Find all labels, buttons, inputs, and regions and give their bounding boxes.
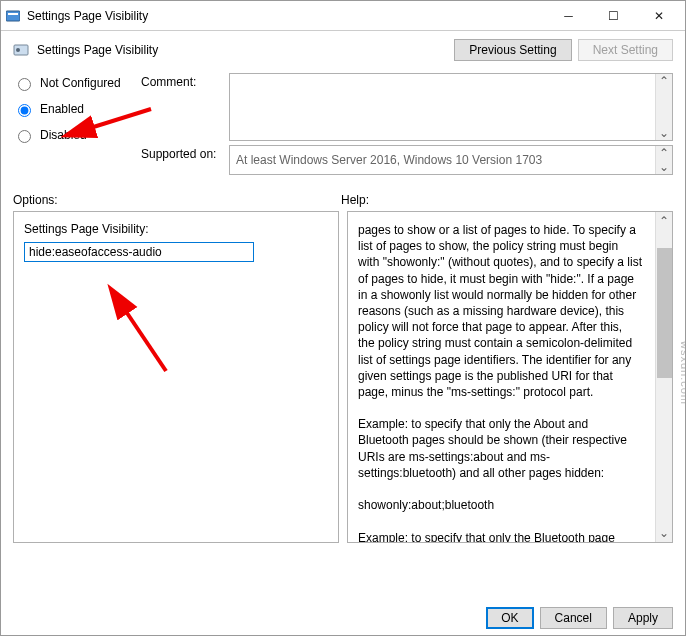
radio-enabled-label: Enabled	[40, 102, 84, 116]
dialog-buttons: OK Cancel Apply	[486, 607, 673, 629]
radio-not-configured-label: Not Configured	[40, 76, 121, 90]
help-text: pages to show or a list of pages to hide…	[358, 222, 662, 543]
supported-on-text: At least Windows Server 2016, Windows 10…	[236, 153, 542, 167]
header-title: Settings Page Visibility	[37, 43, 158, 57]
ok-button[interactable]: OK	[486, 607, 533, 629]
radio-disabled[interactable]: Disabled	[13, 127, 133, 143]
svg-point-3	[16, 48, 20, 52]
header-row: Settings Page Visibility Previous Settin…	[1, 31, 685, 69]
radio-disabled-input[interactable]	[18, 130, 31, 143]
help-label: Help:	[341, 193, 369, 207]
supported-on-label: Supported on:	[141, 145, 221, 161]
cancel-button[interactable]: Cancel	[540, 607, 607, 629]
radio-enabled-input[interactable]	[18, 104, 31, 117]
previous-setting-button[interactable]: Previous Setting	[454, 39, 571, 61]
help-panel: pages to show or a list of pages to hide…	[347, 211, 673, 543]
help-scrollbar-thumb[interactable]	[657, 248, 672, 378]
svg-rect-0	[6, 11, 20, 21]
radio-enabled[interactable]: Enabled	[13, 101, 133, 117]
watermark: wsxdn.com	[679, 341, 686, 405]
settings-visibility-input[interactable]	[24, 242, 254, 262]
options-panel: Settings Page Visibility:	[13, 211, 339, 543]
comment-scrollbar[interactable]: ⌃⌄	[655, 74, 672, 140]
supported-on-box: At least Windows Server 2016, Windows 10…	[229, 145, 673, 175]
maximize-button[interactable]: ☐	[591, 2, 636, 30]
svg-rect-1	[8, 13, 18, 15]
setting-field-label: Settings Page Visibility:	[24, 222, 328, 236]
comment-label: Comment:	[141, 73, 221, 89]
radio-disabled-label: Disabled	[40, 128, 87, 142]
supported-scrollbar[interactable]: ⌃⌄	[655, 146, 672, 174]
minimize-button[interactable]: ─	[546, 2, 591, 30]
apply-button[interactable]: Apply	[613, 607, 673, 629]
next-setting-button: Next Setting	[578, 39, 673, 61]
options-label: Options:	[13, 193, 341, 207]
close-button[interactable]: ✕	[636, 2, 681, 30]
comment-textarea[interactable]: ⌃⌄	[229, 73, 673, 141]
policy-icon	[13, 42, 29, 58]
radio-not-configured-input[interactable]	[18, 78, 31, 91]
radio-not-configured[interactable]: Not Configured	[13, 75, 133, 91]
window-title: Settings Page Visibility	[27, 9, 546, 23]
titlebar: Settings Page Visibility ─ ☐ ✕	[1, 1, 685, 31]
help-scrollbar[interactable]: ⌃ ⌄	[655, 212, 672, 542]
app-icon	[5, 8, 21, 24]
